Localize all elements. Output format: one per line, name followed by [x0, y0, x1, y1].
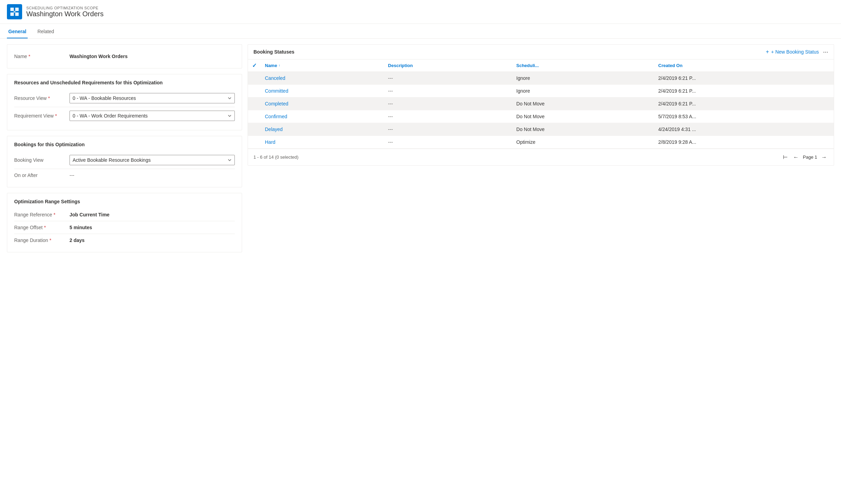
- row-scheduling-1: Ignore: [512, 85, 654, 97]
- footer-info: 1 - 6 of 14 (0 selected): [253, 155, 298, 160]
- row-name-2[interactable]: Completed: [261, 97, 384, 110]
- name-section: Name* Washington Work Orders: [7, 44, 242, 68]
- booking-statuses-panel: Booking Statuses + + New Booking Status …: [248, 44, 834, 166]
- resource-view-select[interactable]: 0 - WA - Bookable Resources: [70, 93, 235, 103]
- row-checkbox-2[interactable]: [248, 97, 261, 110]
- svg-rect-1: [15, 8, 19, 11]
- range-offset-label: Range Offset*: [14, 225, 70, 230]
- name-row: Name* Washington Work Orders: [14, 50, 235, 63]
- row-name-1[interactable]: Committed: [261, 85, 384, 97]
- on-or-after-value: ---: [70, 172, 235, 178]
- page-label: Page 1: [803, 155, 817, 160]
- svg-rect-2: [10, 12, 14, 16]
- range-duration-value: 2 days: [70, 237, 235, 243]
- optimization-section: Optimization Range Settings Range Refere…: [7, 193, 242, 252]
- pagination: ⊢ ← Page 1 →: [782, 152, 828, 162]
- row-checkbox-3[interactable]: [248, 110, 261, 123]
- range-duration-label: Range Duration*: [14, 237, 70, 243]
- table-row: Completed --- Do Not Move 2/4/2019 6:21 …: [248, 97, 834, 110]
- header-subtitle: SCHEDULING OPTIMIZATION SCOPE: [26, 6, 103, 10]
- svg-rect-3: [15, 12, 19, 16]
- table-row: Delayed --- Do Not Move 4/24/2019 4:31 .…: [248, 123, 834, 136]
- resources-section: Resources and Unscheduled Requirements f…: [7, 74, 242, 130]
- booking-view-select-wrapper: Active Bookable Resource Bookings: [70, 155, 235, 165]
- range-offset-row: Range Offset* 5 minutes: [14, 221, 235, 234]
- row-scheduling-2: Do Not Move: [512, 97, 654, 110]
- row-description-1: ---: [384, 85, 512, 97]
- row-checkbox-0[interactable]: [248, 72, 261, 85]
- header-text: SCHEDULING OPTIMIZATION SCOPE Washington…: [26, 6, 103, 18]
- row-name-5[interactable]: Hard: [261, 136, 384, 149]
- requirement-view-row: Requirement View* 0 - WA - Work Order Re…: [14, 107, 235, 124]
- col-header-description[interactable]: Description: [384, 59, 512, 72]
- col-header-created-on[interactable]: Created On: [654, 59, 834, 72]
- row-created-on-5: 2/8/2019 9:28 A...: [654, 136, 834, 149]
- range-reference-row: Range Reference* Job Current Time: [14, 208, 235, 221]
- row-name-4[interactable]: Delayed: [261, 123, 384, 136]
- range-reference-label: Range Reference*: [14, 212, 70, 217]
- requirement-view-select[interactable]: 0 - WA - Work Order Requirements: [70, 111, 235, 121]
- first-page-button[interactable]: ⊢: [782, 152, 789, 162]
- range-duration-row: Range Duration* 2 days: [14, 234, 235, 246]
- requirement-view-label: Requirement View*: [14, 113, 70, 119]
- range-reference-value: Job Current Time: [70, 212, 235, 217]
- row-description-0: ---: [384, 72, 512, 85]
- row-checkbox-5[interactable]: [248, 136, 261, 149]
- header-title: Washington Work Orders: [26, 10, 103, 18]
- bookings-section: Bookings for this Optimization Booking V…: [7, 136, 242, 187]
- tab-related[interactable]: Related: [36, 25, 55, 38]
- left-panel: Name* Washington Work Orders Resources a…: [7, 44, 242, 252]
- booking-view-label: Booking View: [14, 157, 70, 163]
- app-icon: [7, 4, 22, 19]
- new-booking-status-button[interactable]: + + New Booking Status: [766, 49, 819, 55]
- row-checkbox-4[interactable]: [248, 123, 261, 136]
- table-header-row: ✓ Name ↑ Description Scheduli...: [248, 59, 834, 72]
- col-header-name[interactable]: Name ↑: [261, 59, 384, 72]
- resource-view-row: Resource View* 0 - WA - Bookable Resourc…: [14, 90, 235, 107]
- right-panel: Booking Statuses + + New Booking Status …: [248, 44, 834, 252]
- row-description-5: ---: [384, 136, 512, 149]
- bookings-title: Bookings for this Optimization: [14, 142, 235, 147]
- table-row: Confirmed --- Do Not Move 5/7/2019 8:53 …: [248, 110, 834, 123]
- on-or-after-row: On or After ---: [14, 169, 235, 181]
- table-row: Canceled --- Ignore 2/4/2019 6:21 P...: [248, 72, 834, 85]
- plus-icon: +: [766, 49, 769, 55]
- booking-view-row: Booking View Active Bookable Resource Bo…: [14, 151, 235, 169]
- tab-general[interactable]: General: [7, 25, 28, 38]
- resource-view-select-wrapper: 0 - WA - Bookable Resources: [70, 93, 235, 103]
- svg-point-4: [13, 11, 16, 13]
- row-checkbox-1[interactable]: [248, 85, 261, 97]
- resources-title: Resources and Unscheduled Requirements f…: [14, 80, 235, 85]
- app-header: SCHEDULING OPTIMIZATION SCOPE Washington…: [0, 0, 841, 24]
- more-options-button[interactable]: ···: [823, 49, 828, 55]
- col-header-scheduling[interactable]: Scheduli...: [512, 59, 654, 72]
- optimization-title: Optimization Range Settings: [14, 199, 235, 204]
- main-content: Name* Washington Work Orders Resources a…: [0, 39, 841, 258]
- check-icon: ✓: [252, 63, 257, 68]
- svg-rect-0: [10, 8, 14, 11]
- row-name-0[interactable]: Canceled: [261, 72, 384, 85]
- name-required-star: *: [28, 54, 30, 59]
- row-created-on-3: 5/7/2019 8:53 A...: [654, 110, 834, 123]
- row-scheduling-5: Optimize: [512, 136, 654, 149]
- booking-statuses-table: ✓ Name ↑ Description Scheduli...: [248, 59, 834, 149]
- sort-asc-icon: ↑: [278, 64, 280, 67]
- row-scheduling-4: Do Not Move: [512, 123, 654, 136]
- booking-statuses-title: Booking Statuses: [253, 49, 766, 55]
- next-page-button[interactable]: →: [820, 153, 828, 162]
- booking-view-select[interactable]: Active Bookable Resource Bookings: [70, 155, 235, 165]
- requirement-view-select-wrapper: 0 - WA - Work Order Requirements: [70, 111, 235, 121]
- booking-footer: 1 - 6 of 14 (0 selected) ⊢ ← Page 1 →: [248, 149, 834, 165]
- row-scheduling-0: Ignore: [512, 72, 654, 85]
- row-description-2: ---: [384, 97, 512, 110]
- checkbox-header: ✓: [248, 59, 261, 72]
- row-scheduling-3: Do Not Move: [512, 110, 654, 123]
- on-or-after-label: On or After: [14, 172, 70, 178]
- row-name-3[interactable]: Confirmed: [261, 110, 384, 123]
- range-offset-value: 5 minutes: [70, 225, 235, 230]
- booking-panel-actions: + + New Booking Status ···: [766, 49, 829, 55]
- row-created-on-1: 2/4/2019 6:21 P...: [654, 85, 834, 97]
- row-created-on-4: 4/24/2019 4:31 ...: [654, 123, 834, 136]
- prev-page-button[interactable]: ←: [792, 153, 800, 162]
- booking-panel-header: Booking Statuses + + New Booking Status …: [248, 45, 834, 59]
